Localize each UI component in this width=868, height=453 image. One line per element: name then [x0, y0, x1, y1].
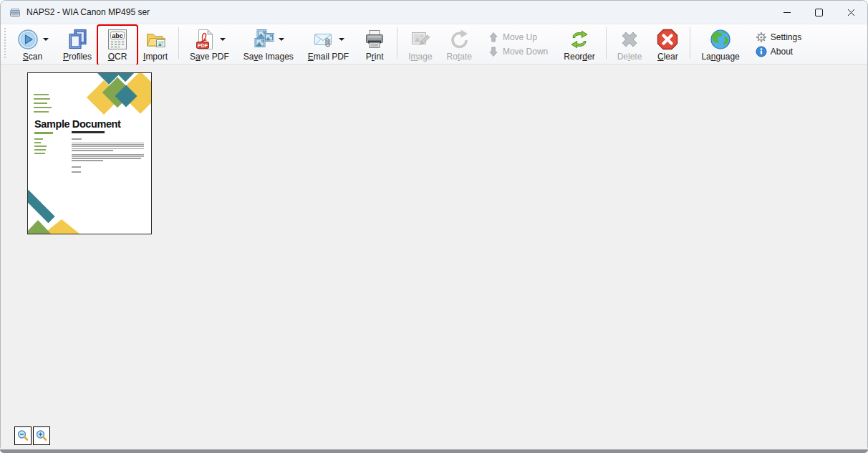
print-button[interactable]: Print [356, 27, 393, 64]
greeked-text-line [34, 149, 46, 151]
greeked-text-line [72, 154, 144, 156]
dropdown-arrow[interactable] [43, 38, 49, 41]
greeked-text-line [72, 166, 81, 168]
greeked-text-line [34, 111, 49, 113]
language-label: Language [701, 52, 739, 62]
decor-rule [72, 131, 105, 133]
save-images-icon [252, 28, 275, 51]
greeked-text-line [34, 98, 50, 100]
reorder-icon [568, 28, 591, 51]
greeked-text-line [72, 148, 144, 150]
toolbar-separator [397, 27, 397, 59]
zoom-out-button[interactable] [14, 426, 32, 445]
email-pdf-button[interactable]: Email PDF [301, 27, 356, 64]
toolbar-stack: SettingsAbout [747, 27, 810, 62]
window-title: NAPS2 - WIA Canon MP495 ser [26, 7, 150, 17]
about-icon [756, 46, 767, 57]
dropdown-arrow[interactable] [339, 38, 344, 41]
maximize-button[interactable] [803, 1, 835, 24]
decor-rule [34, 132, 53, 134]
save-pdf-label: Save PDF [190, 52, 229, 62]
document-title: Sample Document [34, 118, 121, 130]
scanner-icon [9, 6, 21, 18]
email-pdf-icon [312, 28, 335, 51]
profiles-icon [66, 28, 89, 51]
toolbar: ScanProfilesabcOCRImportPDFSave PDFSave … [1, 24, 867, 65]
maximize-icon [815, 9, 823, 16]
greeked-text-line [72, 146, 144, 148]
move-down-button: Move Down [485, 45, 551, 58]
thumbnail-zoom-controls [14, 426, 50, 445]
scan-button[interactable]: Scan [9, 27, 56, 64]
svg-text:PDF: PDF [198, 43, 208, 48]
window-bottom-edge [0, 449, 868, 453]
greeked-text-line [34, 94, 49, 95]
zoom-in-button[interactable] [33, 426, 50, 445]
import-button[interactable]: Import [136, 27, 175, 64]
scan-icon [16, 28, 39, 51]
about-label: About [771, 47, 793, 57]
move-down-icon [488, 46, 499, 57]
settings-button[interactable]: Settings [753, 31, 804, 44]
dropdown-arrow[interactable] [220, 38, 226, 41]
email-pdf-label: Email PDF [308, 52, 349, 62]
delete-icon [618, 28, 641, 51]
svg-text:abc: abc [112, 32, 123, 39]
save-images-label: Save Images [243, 52, 294, 62]
image-icon [409, 28, 432, 51]
greeked-text-line [34, 153, 45, 154]
ocr-icon: abc [106, 28, 129, 51]
print-label: Print [366, 52, 384, 62]
language-button[interactable]: Language [694, 27, 746, 64]
greeked-text-line [72, 160, 103, 161]
save-pdf-button[interactable]: PDFSave PDF [183, 27, 236, 64]
delete-label: Delete [617, 52, 642, 62]
zoom-out-icon [16, 429, 29, 442]
print-icon [363, 28, 386, 51]
image-label: Image [408, 52, 432, 62]
naps2-window: NAPS2 - WIA Canon MP495 ser ScanProfiles… [0, 0, 868, 449]
rotate-button: Rotate [440, 27, 479, 64]
language-icon [709, 28, 732, 51]
about-button[interactable]: About [753, 45, 804, 58]
titlebar: NAPS2 - WIA Canon MP495 ser [1, 1, 867, 24]
greeked-text-line [72, 156, 144, 158]
rotate-icon [448, 28, 471, 51]
greeked-text-line [34, 107, 52, 108]
minimize-icon [783, 12, 791, 13]
greeked-text-line [72, 144, 144, 146]
save-images-button[interactable]: Save Images [236, 27, 301, 64]
settings-label: Settings [771, 32, 801, 42]
greeked-text-line [72, 143, 144, 144]
zoom-in-icon [35, 429, 48, 442]
clear-icon [656, 28, 679, 51]
toolbar-separator [606, 27, 607, 59]
clear-button[interactable]: Clear [649, 27, 686, 64]
greeked-text-line [34, 102, 47, 104]
ocr-button[interactable]: abcOCR [99, 27, 136, 64]
greeked-text-line [72, 138, 82, 140]
save-pdf-icon: PDF [193, 28, 216, 51]
ocr-label: OCR [108, 52, 127, 62]
image-button: Image [401, 27, 439, 64]
delete-button: Delete [610, 27, 650, 64]
minimize-button[interactable] [771, 1, 803, 24]
profiles-label: Profiles [63, 52, 92, 62]
move-down-label: Move Down [503, 47, 548, 57]
reorder-button[interactable]: Reorder [556, 27, 602, 64]
scanned-page-thumbnail[interactable]: Sample Document [27, 72, 152, 234]
profiles-button[interactable]: Profiles [56, 27, 99, 64]
rotate-label: Rotate [447, 52, 472, 62]
reorder-label: Reorder [564, 52, 594, 62]
move-up-button: Move Up [485, 31, 551, 44]
move-up-icon [488, 32, 499, 43]
dropdown-arrow[interactable] [279, 38, 284, 41]
toolbar-stack: Move UpMove Down [479, 27, 556, 62]
greeked-text-line [72, 171, 81, 173]
settings-icon [756, 32, 767, 43]
import-icon [144, 28, 167, 51]
decor-triangle [27, 220, 51, 234]
close-button[interactable] [835, 1, 867, 24]
move-up-label: Move Up [503, 32, 537, 42]
toolbar-grip[interactable] [4, 28, 6, 58]
